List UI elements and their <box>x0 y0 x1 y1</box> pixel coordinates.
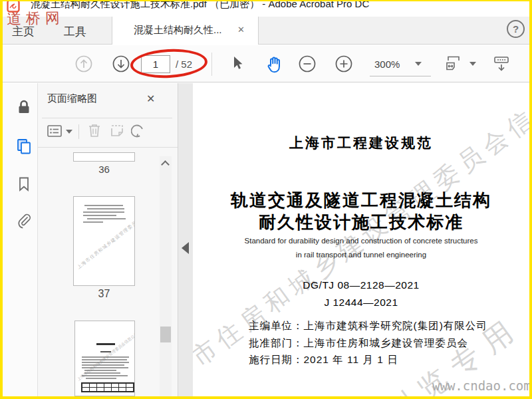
main-toolbar: 1 / 52 300% <box>3 45 529 82</box>
zoom-level-value[interactable]: 300% <box>374 59 400 70</box>
thumbnail-page-36[interactable] <box>73 152 135 162</box>
stamp-watermark: 道桥网 <box>7 8 65 29</box>
doc-title-line2: 耐久性设计施工技术标准 <box>193 211 529 233</box>
attachments-icon[interactable] <box>15 212 33 229</box>
thumbnail-label-37: 37 <box>73 288 135 300</box>
tab-tools[interactable]: 工具 <box>64 24 86 39</box>
panel-divider <box>42 118 172 118</box>
thumbnail-options-caret[interactable] <box>66 130 72 134</box>
panel-tool-divider <box>78 124 79 139</box>
thumbnail-label-36: 36 <box>73 164 135 175</box>
tab-document[interactable]: 混凝土结构耐久性... ✕ <box>112 17 259 45</box>
zoom-in-icon[interactable] <box>334 55 353 73</box>
zoom-underline <box>370 76 431 76</box>
doc-effective-date: 施行日期：2021 年 11 月 1 日 <box>249 351 487 368</box>
tab-document-label: 混凝土结构耐久性... <box>134 24 222 37</box>
toolbar-divider <box>211 53 212 76</box>
doc-subtitle-en-line1: Standard for durability design and const… <box>193 237 529 245</box>
previous-page-icon[interactable] <box>74 55 93 73</box>
doc-series-heading: 上海市工程建设规范 <box>193 134 529 152</box>
security-lock-icon[interactable] <box>15 98 33 116</box>
zoom-out-icon[interactable] <box>298 55 317 73</box>
doc-title: 轨道交通及隧道工程混凝土结构 耐久性设计施工技术标准 <box>193 190 529 233</box>
page-thumbnails-panel: 页面缩略图 ✕ <box>38 83 178 396</box>
doc-standard-code2: J 12444—2021 <box>193 297 529 309</box>
thumbnail-page-38[interactable]: 上海市住房和城乡建设管理委员会信息公共 <box>74 321 135 396</box>
page-thumbnails-icon[interactable] <box>15 138 33 155</box>
zoom-dropdown-caret[interactable] <box>415 62 422 66</box>
doc-approved-by: 批准部门：上海市住房和城乡建设管理委员会 <box>249 334 487 352</box>
doc-chief-editor: 主编单位：上海市建筑科学研究院(集团)有限公司 <box>249 317 487 334</box>
scrollbar-thumb[interactable] <box>160 327 171 342</box>
panel-title: 页面缩略图 <box>47 92 97 105</box>
tab-close-icon[interactable]: ✕ <box>237 25 245 35</box>
tab-bar: 主页 工具 混凝土结构耐久性... ✕ ? <box>3 17 529 45</box>
select-tool-icon[interactable] <box>229 55 247 73</box>
panel-divider-2 <box>38 147 178 148</box>
navigation-icon-strip <box>3 83 38 396</box>
thumbnails-scrollbar[interactable] <box>160 156 172 396</box>
document-background <box>178 83 193 396</box>
doc-subtitle-en-line2: in rail transport and tunnel engineering <box>193 251 529 259</box>
extract-pages-icon[interactable] <box>108 122 126 142</box>
fit-width-icon[interactable] <box>444 55 463 73</box>
rotate-pages-icon[interactable] <box>131 122 148 142</box>
thumbnail-page-37[interactable]: 上海市住房和城乡建设管理委员会信息公共 <box>73 196 135 286</box>
hide-toolbar-icon[interactable] <box>492 55 511 73</box>
collapse-panel-icon[interactable] <box>182 242 189 254</box>
title-bar: 混凝土结构耐久性设计施工技术标准.pdf （已加密） - Adobe Acrob… <box>3 1 529 17</box>
site-url-watermark: www.cndao.com <box>432 378 529 393</box>
thumbnail-mini-table <box>82 383 134 392</box>
panel-close-icon[interactable]: ✕ <box>146 92 155 105</box>
delete-pages-icon[interactable] <box>86 122 103 142</box>
window-title: 混凝土结构耐久性设计施工技术标准.pdf （已加密） - Adobe Acrob… <box>31 0 369 11</box>
scrollbar-up-icon[interactable] <box>161 160 170 169</box>
next-page-icon[interactable] <box>112 55 130 73</box>
doc-standard-code1: DG/TJ 08—2128—2021 <box>193 279 529 291</box>
thumbnail-options-icon[interactable] <box>46 122 63 142</box>
help-icon[interactable]: ? <box>507 20 525 38</box>
doc-title-line1: 轨道交通及隧道工程混凝土结构 <box>193 190 529 211</box>
bookmarks-icon[interactable] <box>15 176 33 193</box>
acrobat-window: 混凝土结构耐久性设计施工技术标准.pdf （已加密） - Adobe Acrob… <box>0 0 532 399</box>
doc-publication-info: 主编单位：上海市建筑科学研究院(集团)有限公司 批准部门：上海市住房和城乡建设管… <box>249 317 487 368</box>
hand-tool-icon[interactable] <box>265 55 283 73</box>
pdf-page: 上海市住房和城乡建设管理委员会信息公共 浏览专用 上海市工程建设规范 轨道交通及… <box>193 83 529 396</box>
page-number-annotation-ellipse <box>130 47 208 80</box>
fit-dropdown-caret[interactable] <box>469 62 476 66</box>
